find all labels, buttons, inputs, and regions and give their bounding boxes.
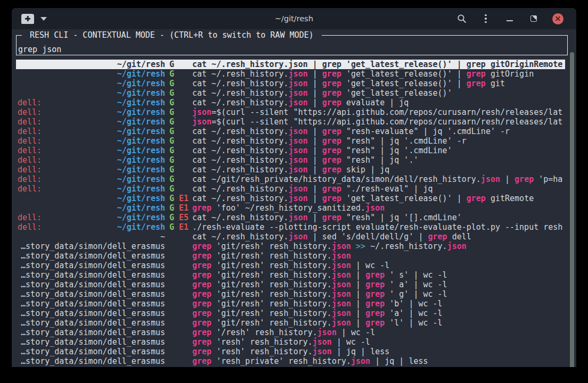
command-text: grep 'git/resh' resh_history.json | grep… <box>192 280 568 289</box>
history-row[interactable]: dell:~/git/reshGcat ~/.resh_history.json… <box>12 155 576 165</box>
command-segment: 'git/resh' resh_history. <box>211 251 332 261</box>
history-row[interactable]: dell:~/git/reshG E5cat ~/.resh_history.j… <box>12 213 576 222</box>
match-text: json <box>289 69 308 79</box>
command-segment: 'git/resh' resh_history. <box>211 309 332 318</box>
command-segment: 'resh_private' resh_history. <box>211 356 351 366</box>
history-row[interactable]: …story_data/simon/dell_erasmusgrep 'git/… <box>12 280 576 289</box>
command-segment: | <box>308 146 322 155</box>
flags-label: G E1 <box>169 194 189 203</box>
desktop-background: ~/git/resh RESH CLI - CONTEXTUAL MODE - … <box>0 0 588 383</box>
history-row[interactable]: …story_data/simon/dell_erasmusgrep 'resh… <box>12 347 576 356</box>
history-row[interactable]: …story_data/simon/dell_erasmusgrep 'git/… <box>12 251 576 261</box>
close-button[interactable] <box>552 13 564 24</box>
history-row[interactable]: ~/git/reshGcat ~/.resh_history.json | gr… <box>12 88 576 98</box>
history-row[interactable]: ~/git/reshG E1grep 'foo' ~/resh_history_… <box>12 203 576 213</box>
history-row[interactable]: dell:~/git/reshGcat ~/.resh_history.json… <box>12 146 576 155</box>
history-row[interactable]: dell:~/git/reshGcat ~/git/resh_private/h… <box>12 174 576 184</box>
flags-label: G <box>169 155 174 165</box>
match-text: json <box>192 117 211 127</box>
command-segment: | jq | less <box>370 356 428 366</box>
flags-label: G <box>169 107 174 117</box>
path-label: ~/git/resh <box>18 98 165 107</box>
history-row[interactable]: dell:~/git/reshGcat ~/.resh_history.json… <box>12 165 576 174</box>
command-segment: | <box>308 194 322 203</box>
flag-g: G <box>169 155 174 165</box>
command-segment: =$(curl --silent "https://api.github.com… <box>211 107 562 117</box>
command-segment: git <box>486 79 505 88</box>
path-label: …story_data/simon/dell_erasmus <box>18 356 165 366</box>
history-row[interactable]: dell:~/git/reshGjson=$(curl --silent "ht… <box>12 117 576 127</box>
command-segment: "resh" | jq '.cmdLine' -r <box>341 136 467 146</box>
history-row[interactable]: dell:~/git/reshGcat ~/.resh_history.json… <box>12 127 576 136</box>
path-label: …story_data/simon/dell_erasmus <box>18 337 165 347</box>
match-text: json <box>351 356 370 366</box>
path-label: ~/git/resh <box>18 155 165 165</box>
search-query-input[interactable]: grep json <box>18 45 61 54</box>
command-segment: ./resh-evaluate --plotting-script evalua… <box>192 222 562 232</box>
history-row[interactable]: dell:~/git/reshGjson=$(curl --silent "ht… <box>12 107 576 117</box>
command-segment: cat ~/.resh_history. <box>192 184 289 194</box>
match-text: grep <box>322 88 341 98</box>
history-row[interactable]: …story_data/simon/dell_erasmusgrep 'git/… <box>12 261 576 270</box>
match-text: grep <box>467 79 486 88</box>
history-row[interactable]: ~/git/reshGcat ~/.resh_history.json | gr… <box>12 79 576 88</box>
flag-g: G <box>169 203 174 213</box>
history-row[interactable]: dell:~/git/reshGcat ~/.resh_history.json… <box>12 184 576 194</box>
search-icon[interactable] <box>456 13 467 24</box>
history-row[interactable]: …story_data/simon/dell_erasmusgrep 'git/… <box>12 242 576 251</box>
path-label: ~/git/resh <box>18 88 165 98</box>
command-segment: | wc -l <box>351 261 389 270</box>
command-text: cat ~/.resh_history.json | grep "resh" |… <box>192 136 568 146</box>
match-text: grep <box>192 261 211 270</box>
history-row[interactable]: …story_data/simon/dell_erasmusgrep 'git/… <box>12 299 576 309</box>
match-text: grep <box>192 289 211 299</box>
history-row[interactable]: …story_data/simon/dell_erasmusgrep 'git/… <box>12 309 576 318</box>
restore-button[interactable] <box>528 13 539 24</box>
history-row[interactable]: …story_data/simon/dell_erasmusgrep 'git/… <box>12 289 576 299</box>
menu-kebab-icon[interactable] <box>480 13 491 24</box>
command-segment: | <box>351 318 365 328</box>
path-label: …story_data/simon/dell_erasmus <box>18 299 165 309</box>
match-text: json <box>289 155 308 165</box>
command-text: cat ~/.resh_history.json | grep 'get_lat… <box>192 194 568 203</box>
history-row[interactable]: dell:~/git/reshGcat ~/.resh_history.json… <box>12 136 576 146</box>
flags-label: G <box>169 79 174 88</box>
match-text: grep <box>192 328 211 337</box>
history-row[interactable]: ~cat ~/.resh_history.json | sed 's/dell/… <box>12 232 576 242</box>
new-tab-button[interactable] <box>21 14 34 24</box>
command-text: grep 'resh' resh_history.json | wc -l <box>192 337 568 347</box>
command-text: cat ~/.resh_history.json | grep 'get_lat… <box>192 69 568 79</box>
path-label: ~/git/resh <box>18 184 165 194</box>
command-segment: | jq | less <box>332 347 389 356</box>
match-text: json <box>317 328 337 337</box>
history-row[interactable]: …story_data/simon/dell_erasmusgrep 'git/… <box>12 318 576 328</box>
match-text: json <box>289 98 308 107</box>
minimize-button[interactable] <box>504 13 515 24</box>
tab-list-dropdown-icon[interactable] <box>40 17 47 21</box>
match-text: json <box>365 203 385 213</box>
history-row[interactable]: …story_data/simon/dell_erasmusgrep '/res… <box>12 328 576 337</box>
history-row[interactable]: ~/git/reshG E1cat ~/.resh_history.json |… <box>12 194 576 203</box>
history-row[interactable]: ~/git/reshGcat ~/.resh_history.json | gr… <box>12 69 576 79</box>
scrollbar[interactable] <box>570 52 574 367</box>
history-row[interactable]: …story_data/simon/dell_erasmusgrep 'resh… <box>12 356 576 366</box>
match-text: grep <box>322 136 341 146</box>
command-segment: | wc -l <box>337 328 375 337</box>
history-row[interactable]: …story_data/simon/dell_erasmusgrep 'git/… <box>12 270 576 280</box>
history-row[interactable]: dell:~/git/reshG E1./resh-evaluate --plo… <box>12 222 576 232</box>
flag-e5: E5 <box>179 213 189 222</box>
history-row[interactable]: ~/git/reshGcat ~/.resh_history.json | gr… <box>12 60 576 69</box>
match-text: json <box>447 242 467 251</box>
match-text: json <box>332 309 351 318</box>
path-label: …story_data/simon/dell_erasmus <box>18 328 165 337</box>
command-segment: 'resh' resh_history. <box>211 347 313 356</box>
terminal-content: RESH CLI - CONTEXTUAL MODE - (CTRL+R to … <box>12 29 576 367</box>
path-label: ~/git/resh <box>18 146 165 155</box>
history-row[interactable]: …story_data/simon/dell_erasmusgrep 'resh… <box>12 337 576 347</box>
match-text: grep <box>365 309 385 318</box>
history-row[interactable]: dell:~/git/reshGcat ~/.resh_history.json… <box>12 98 576 107</box>
command-segment: =$(curl --silent "https://api.github.com… <box>211 117 562 127</box>
command-segment: cat ~/.resh_history. <box>192 69 289 79</box>
command-text: grep 'resh' resh_history.json | jq | les… <box>192 347 568 356</box>
flags-label: G <box>169 117 174 127</box>
